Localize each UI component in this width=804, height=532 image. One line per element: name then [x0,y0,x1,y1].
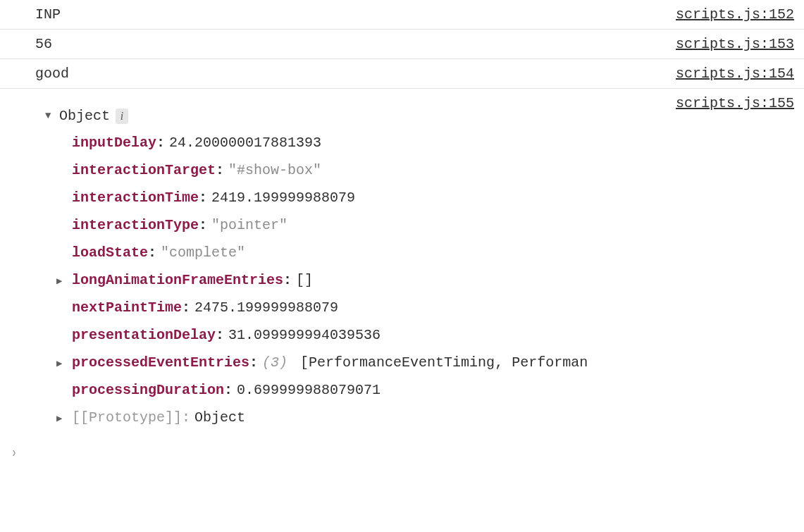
prop-value: Object [194,407,245,428]
log-message: 56 [35,34,52,54]
log-row: INP scripts.js:152 [0,0,804,30]
prop-key: interactionTime [72,187,199,208]
prop-key: presentationDelay [72,325,216,345]
log-row: 56 scripts.js:153 [0,30,804,59]
colon: : [182,297,190,318]
prop-key: interactionTarget [72,160,216,180]
log-message: INP [35,4,61,25]
prop-key: processingDuration [72,380,224,400]
prop-nextPaintTime: nextPaintTime: 2475.199999988079 [72,294,588,321]
prop-loadState: loadState: "complete" [72,239,588,266]
prop-value: "#show-box" [228,160,321,180]
prop-value: 31.099999994039536 [228,325,381,345]
prop-processingDuration: processingDuration: 0.699999988079071 [72,376,588,404]
prop-presentationDelay: presentationDelay: 31.099999994039536 [72,321,588,349]
colon: : [199,187,207,208]
log-source-link[interactable]: scripts.js:152 [676,4,794,25]
console-panel: INP scripts.js:152 56 scripts.js:153 goo… [0,0,804,470]
log-row-object: ▼ Object i inputDelay: 24.20000001788139… [0,89,804,435]
prop-value: 2475.199999988079 [194,297,338,318]
prompt-caret-icon: › [11,443,17,463]
disclosure-triangle-right-icon[interactable]: ▶ [56,357,65,371]
prop-key: inputDelay [72,132,156,153]
log-row: good scripts.js:154 [0,59,804,89]
colon: : [199,215,207,235]
colon: : [283,270,292,290]
object-label: Object [59,106,110,126]
log-source-link[interactable]: scripts.js:153 [676,34,794,54]
info-icon[interactable]: i [116,109,128,124]
prop-interactionTarget: interactionTarget: "#show-box" [72,156,588,184]
colon: : [224,380,233,400]
prop-interactionType: interactionType: "pointer" [72,211,588,239]
prop-key: longAnimationFrameEntries [72,270,283,290]
prop-longAnimationFrameEntries[interactable]: ▶ longAnimationFrameEntries: [] [72,266,588,294]
object-body: ▼ Object i inputDelay: 24.20000001788139… [35,93,588,431]
prop-key: loadState [72,242,148,263]
console-prompt[interactable]: › [0,435,804,470]
colon: : [216,160,224,180]
prop-inputDelay: inputDelay: 24.200000017881393 [72,129,588,156]
prop-prototype[interactable]: ▶ [[Prototype]]: Object [72,404,588,431]
log-source-link[interactable]: scripts.js:154 [676,63,794,84]
disclosure-triangle-down-icon[interactable]: ▼ [45,109,54,123]
prop-interactionTime: interactionTime: 2419.199999988079 [72,184,588,211]
prop-value: "complete" [161,242,245,263]
prop-key: [[Prototype]] [72,407,182,428]
prop-value: [] [296,270,313,290]
prop-value: 2419.199999988079 [211,187,355,208]
prop-value: 0.699999988079071 [237,380,381,400]
array-count: (3) [262,352,287,373]
disclosure-triangle-right-icon[interactable]: ▶ [56,412,65,426]
array-preview: [PerformanceEventTiming, Performan [292,352,588,373]
colon: : [148,242,156,263]
prop-key: processedEventEntries [72,352,249,373]
colon: : [156,132,165,153]
object-header[interactable]: ▼ Object i [45,106,588,126]
log-message: good [35,63,69,84]
disclosure-triangle-right-icon[interactable]: ▶ [56,274,65,288]
colon: : [216,325,224,345]
prop-value: 24.200000017881393 [169,132,321,153]
prop-key: nextPaintTime [72,297,182,318]
prop-value: "pointer" [211,215,287,235]
log-source-link[interactable]: scripts.js:155 [676,93,794,113]
colon: : [249,352,258,373]
prop-processedEventEntries[interactable]: ▶ processedEventEntries: (3) [Performanc… [72,349,588,376]
prop-key: interactionType [72,215,199,235]
object-properties: inputDelay: 24.200000017881393 interacti… [72,129,588,431]
